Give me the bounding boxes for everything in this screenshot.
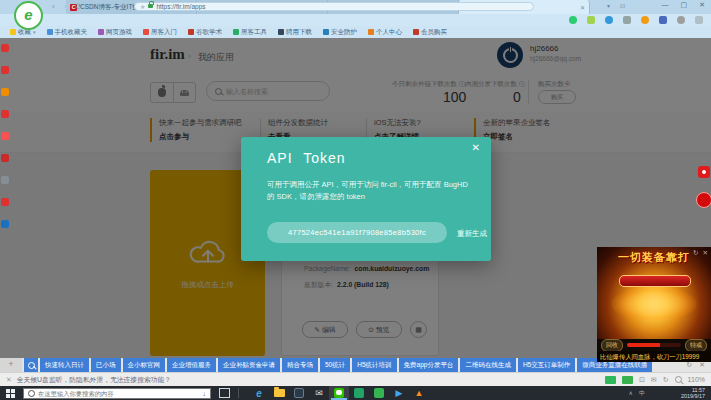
- links-search-button[interactable]: [24, 358, 38, 372]
- reader-icon[interactable]: [623, 16, 631, 24]
- back-icon[interactable]: ‹: [52, 2, 55, 11]
- sidebar-shortcut-icon[interactable]: [1, 198, 9, 206]
- start-button[interactable]: [6, 389, 15, 398]
- bookmark-star-icon[interactable]: ★: [140, 3, 145, 10]
- extension-toolbar: [569, 16, 703, 24]
- sidebar-shortcut-icon[interactable]: [1, 88, 9, 96]
- shield-icon[interactable]: [641, 16, 649, 24]
- spam-link[interactable]: H5统计培训: [352, 358, 396, 372]
- folder-favicon-icon: [47, 29, 53, 35]
- bookmark-item[interactable]: 手机收藏夹: [47, 28, 88, 37]
- settings-app-icon[interactable]: [289, 386, 309, 400]
- bookmark-item[interactable]: 聘用下载: [278, 28, 312, 37]
- taskbar-search-input[interactable]: [38, 390, 200, 397]
- green-app-icon[interactable]: [349, 386, 369, 400]
- panel-icon[interactable]: ⊡: [639, 376, 645, 384]
- layout-icon[interactable]: ⊡: [620, 2, 625, 9]
- site-favicon-icon: [143, 29, 149, 35]
- edge-icon[interactable]: e: [249, 386, 269, 400]
- speed-badge-icon[interactable]: [605, 376, 616, 384]
- plus-tile[interactable]: +: [0, 358, 22, 372]
- menu-icon[interactable]: [695, 16, 703, 24]
- download-icon[interactable]: [677, 16, 685, 24]
- spam-link[interactable]: 已小场: [91, 358, 121, 372]
- chevron-down-icon[interactable]: ▾: [607, 2, 610, 9]
- extension-grid-icon[interactable]: [587, 16, 595, 24]
- bookmark-label: 聘用下载: [286, 28, 312, 37]
- bookmark-item[interactable]: 会员购买: [413, 28, 447, 37]
- bookmark-label: 谷歌学术: [196, 28, 222, 37]
- spam-link[interactable]: H5交互订单制作: [518, 358, 575, 372]
- vlc-icon[interactable]: ▲: [409, 386, 429, 400]
- sidebar-shortcut-icon[interactable]: [1, 66, 9, 74]
- sidebar-shortcut-icon[interactable]: [1, 44, 9, 52]
- home-icon[interactable]: ⌂: [91, 2, 96, 11]
- input-language-icon[interactable]: 中: [639, 389, 645, 398]
- spam-link[interactable]: 免费app分发平台: [399, 358, 459, 372]
- game-ad[interactable]: 一切装备靠打 ↻✕ 回收 特戒 比仙爆传人间血脉，砍刀一刀19999: [597, 247, 711, 362]
- ad-refresh-icon[interactable]: ↻: [693, 249, 698, 257]
- ad-recycle-button[interactable]: 回收: [601, 339, 623, 352]
- sidebar-shortcut-icon[interactable]: [1, 132, 9, 140]
- bookmark-item[interactable]: 安全防护: [323, 28, 357, 37]
- bookmark-item[interactable]: 网页游戏: [98, 28, 132, 37]
- address-bar[interactable]: ★: [134, 2, 534, 11]
- status-close-icon[interactable]: ✕: [6, 376, 12, 384]
- search-icon: [28, 362, 35, 369]
- spam-link[interactable]: 二维码在线生成: [460, 358, 516, 372]
- url-input[interactable]: [156, 3, 528, 10]
- ad-ring-button[interactable]: 特戒: [685, 339, 707, 352]
- sidebar-shortcut-icon[interactable]: [1, 110, 9, 118]
- sidebar-shortcut-icon[interactable]: [1, 176, 9, 184]
- ad-image[interactable]: 一切装备靠打 ↻✕: [597, 247, 711, 339]
- mail-icon[interactable]: ✉: [309, 386, 329, 400]
- tray-expand-icon[interactable]: ∧: [629, 389, 633, 398]
- spam-link[interactable]: 企业补贴资金申请: [218, 358, 280, 372]
- usb-badge-icon[interactable]: [622, 376, 633, 384]
- bookmark-label: 网页游戏: [106, 28, 132, 37]
- extension-green-icon[interactable]: [569, 16, 577, 24]
- zoom-level[interactable]: 110%: [688, 376, 705, 383]
- maximize-button[interactable]: ▢: [681, 1, 688, 9]
- api-token-value[interactable]: 477524ec541e1a91f7908e85e8b530fc: [267, 222, 447, 243]
- message-icon[interactable]: ✉: [651, 376, 657, 384]
- apps-grid-icon[interactable]: [659, 16, 667, 24]
- spam-link[interactable]: 精合专场: [282, 358, 318, 372]
- taskbar-search-box[interactable]: ↓: [23, 388, 211, 399]
- sidebar-shortcut-icon[interactable]: [1, 154, 9, 162]
- ad-close-icon[interactable]: ✕: [703, 249, 708, 257]
- sidebar-shortcut-strip: [1, 44, 9, 228]
- close-icon[interactable]: ✕: [699, 361, 705, 369]
- forward-icon[interactable]: ›: [64, 2, 67, 11]
- status-right-cluster: ⊡ ✉ ↻ 110%: [605, 376, 705, 384]
- modal-close-icon[interactable]: ✕: [472, 142, 480, 153]
- media-player-icon[interactable]: ▶: [389, 386, 409, 400]
- taskbar-clock[interactable]: 11:57 2019/9/17: [681, 387, 705, 399]
- spam-link[interactable]: 企小标官网: [123, 358, 166, 372]
- bookmark-item[interactable]: 黑客工具: [233, 28, 267, 37]
- spam-link[interactable]: 快速转入日计: [40, 358, 89, 372]
- tab-close-icon[interactable]: ✕: [580, 4, 585, 11]
- floating-red-circle-icon[interactable]: [696, 192, 711, 208]
- bookmark-item[interactable]: 个人中心: [368, 28, 402, 37]
- bookmark-item[interactable]: 黑客入门: [143, 28, 177, 37]
- floating-red-badge-icon[interactable]: [698, 166, 710, 178]
- close-window-button[interactable]: ✕: [699, 1, 705, 9]
- wechat-icon[interactable]: [329, 386, 349, 400]
- refresh-icon[interactable]: ⟳: [75, 2, 82, 11]
- file-explorer-icon[interactable]: [269, 386, 289, 400]
- ad-marquee-text: 比仙爆传人间血脉，砍刀一刀19999: [597, 351, 711, 362]
- find-icon[interactable]: [605, 16, 613, 24]
- bookmark-item[interactable]: 谷歌学术: [188, 28, 222, 37]
- task-view-button[interactable]: [219, 388, 230, 398]
- spam-link[interactable]: 50统计: [320, 358, 350, 372]
- refresh-icon[interactable]: ↻: [686, 361, 692, 369]
- regenerate-token-link[interactable]: 重新生成: [457, 229, 487, 239]
- minimize-button[interactable]: —: [662, 1, 669, 9]
- green-app2-icon[interactable]: [369, 386, 389, 400]
- browser-logo[interactable]: e: [14, 1, 43, 30]
- sidebar-shortcut-icon[interactable]: [1, 220, 9, 228]
- spam-link[interactable]: 企业增值服务: [167, 358, 216, 372]
- ad-ribbon: [619, 275, 691, 287]
- sync-icon[interactable]: ↻: [663, 376, 669, 384]
